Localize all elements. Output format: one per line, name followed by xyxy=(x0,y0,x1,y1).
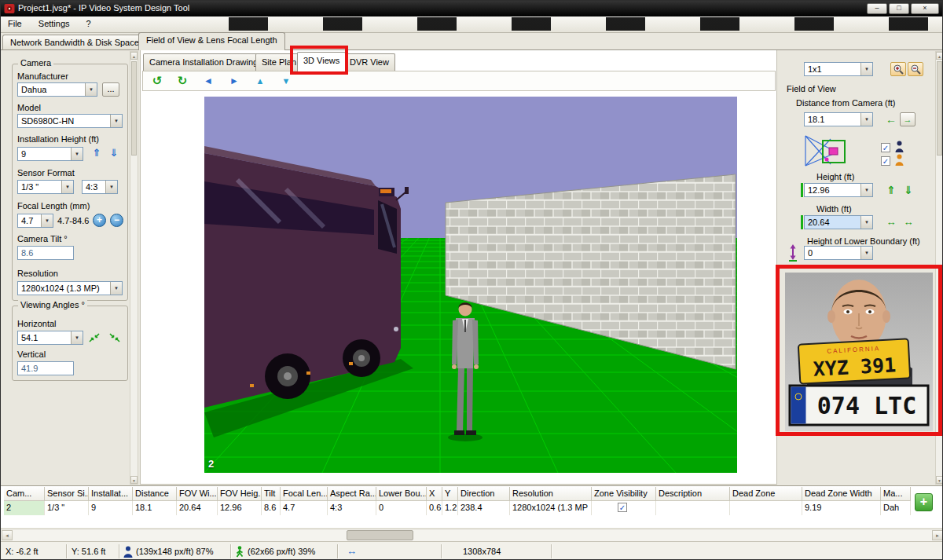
cell-focal[interactable]: 4.7 xyxy=(281,501,328,515)
dropdown-arrow-icon[interactable]: ▼ xyxy=(41,214,53,227)
lower-boundary-select[interactable]: 0 ▼ xyxy=(804,246,873,260)
horizontal-angle-select[interactable]: 54.1 ▼ xyxy=(17,331,83,345)
tilt-down-icon[interactable]: ▼ xyxy=(278,74,294,88)
col-manufacturer[interactable]: Ma... xyxy=(881,487,911,501)
menu-settings[interactable]: Settings xyxy=(31,16,77,31)
distance-decrease-icon[interactable]: ← xyxy=(884,113,898,126)
col-distance[interactable]: Distance xyxy=(133,487,177,501)
scroll-down-icon[interactable]: ▼ xyxy=(130,476,138,484)
zoom-in-button[interactable] xyxy=(890,62,906,76)
zoom-out-button[interactable] xyxy=(908,62,923,76)
dropdown-arrow-icon[interactable]: ▼ xyxy=(860,247,872,259)
horizontal-scrollbar[interactable]: ◄ ► xyxy=(1,529,943,541)
cell-cam[interactable]: 2 xyxy=(4,501,45,515)
col-dead-zone-width[interactable]: Dead Zone Width xyxy=(802,487,881,501)
angle-expand-alt-icon[interactable] xyxy=(108,332,121,345)
cell-lower[interactable]: 0 xyxy=(376,501,427,515)
col-y[interactable]: Y xyxy=(442,487,458,501)
dropdown-arrow-icon[interactable]: ▼ xyxy=(71,331,83,344)
camera-tilt-input[interactable]: 8.6 xyxy=(17,246,74,260)
tab-network-bandwidth[interactable]: Network Bandwidth & Disk Space xyxy=(2,35,147,50)
cell-x[interactable]: 0.6 xyxy=(427,501,442,515)
cell-dead-zone-width[interactable]: 9.19 xyxy=(802,501,881,515)
fov-width-widen-icon[interactable]: ↔ xyxy=(901,216,915,229)
scroll-left-icon[interactable]: ◄ xyxy=(2,530,13,540)
cell-dead-zone[interactable] xyxy=(730,501,802,515)
scroll-up-icon[interactable]: ▲ xyxy=(936,52,943,60)
col-resolution[interactable]: Resolution xyxy=(510,487,592,501)
col-install[interactable]: Installat... xyxy=(89,487,133,501)
col-sensor[interactable]: Sensor Si... xyxy=(45,487,89,501)
zoom-out-step-button[interactable]: − xyxy=(110,214,123,227)
manufacturer-select[interactable]: Dahua ▼ xyxy=(17,82,97,97)
fov-width-select[interactable]: 20.64 ▼ xyxy=(804,215,873,229)
cell-manufacturer[interactable]: Dah xyxy=(881,501,911,515)
fov-width-narrow-icon[interactable]: ↔ xyxy=(884,216,898,229)
installation-height-select[interactable]: 9 ▼ xyxy=(17,147,83,161)
dropdown-arrow-icon[interactable]: ▼ xyxy=(860,216,872,229)
col-cam[interactable]: Cam... xyxy=(4,487,45,501)
angle-expand-icon[interactable] xyxy=(88,332,101,345)
dropdown-arrow-icon[interactable]: ▼ xyxy=(110,282,122,295)
col-x[interactable]: X xyxy=(427,487,442,501)
fov-height-select[interactable]: 12.96 ▼ xyxy=(804,183,873,197)
focal-length-select[interactable]: 4.7 ▼ xyxy=(17,214,53,228)
scrollbar-thumb[interactable] xyxy=(347,530,413,540)
tilt-up-icon[interactable]: ▲ xyxy=(252,74,268,88)
dropdown-arrow-icon[interactable]: ▼ xyxy=(860,63,872,75)
col-lower[interactable]: Lower Bou... xyxy=(376,487,427,501)
dropdown-arrow-icon[interactable]: ▼ xyxy=(105,181,117,193)
dropdown-arrow-icon[interactable]: ▼ xyxy=(61,181,73,193)
show-person-checkbox[interactable]: ✓ xyxy=(881,143,890,152)
cell-zone-visibility[interactable]: ✓ xyxy=(592,501,656,515)
fov-height-down-icon[interactable]: ⇓ xyxy=(901,184,915,196)
rotate-cw-icon[interactable]: ↻ xyxy=(174,74,190,88)
scrollbar-thumb[interactable] xyxy=(937,61,942,156)
cell-tilt[interactable]: 8.6 xyxy=(262,501,281,515)
left-panel-scrollbar[interactable]: ▲ ▼ xyxy=(130,51,138,485)
height-up-icon[interactable]: ⇑ xyxy=(90,147,104,159)
rotate-ccw-icon[interactable]: ↺ xyxy=(149,74,165,88)
dropdown-arrow-icon[interactable]: ▼ xyxy=(85,83,97,96)
col-tilt[interactable]: Tilt xyxy=(262,487,281,501)
tab-field-of-view[interactable]: Field of View & Lens Focal Length xyxy=(138,32,285,50)
scroll-right-icon[interactable]: ► xyxy=(932,530,943,540)
col-focal[interactable]: Focal Len... xyxy=(281,487,328,501)
pan-right-icon[interactable]: ► xyxy=(226,74,242,88)
scroll-up-icon[interactable]: ▲ xyxy=(130,52,138,60)
show-target-checkbox[interactable]: ✓ xyxy=(881,156,890,166)
tab-installation-drawing[interactable]: Camera Installation Drawing xyxy=(143,53,264,71)
distance-select[interactable]: 18.1 ▼ xyxy=(804,112,873,126)
minimize-button[interactable]: – xyxy=(867,3,887,14)
dropdown-arrow-icon[interactable]: ▼ xyxy=(110,115,122,127)
grid-layout-select[interactable]: 1x1 ▼ xyxy=(804,62,873,76)
model-select[interactable]: SD6980C-HN ▼ xyxy=(17,114,123,128)
cell-y[interactable]: 1.2 xyxy=(442,501,458,515)
close-button[interactable]: × xyxy=(911,3,939,14)
manufacturer-more-button[interactable]: ... xyxy=(102,82,119,97)
scroll-down-icon[interactable]: ▼ xyxy=(936,476,943,484)
fov-height-up-icon[interactable]: ⇑ xyxy=(884,184,898,196)
cell-sensor[interactable]: 1/3 " xyxy=(45,501,89,515)
cell-fov-height[interactable]: 12.96 xyxy=(218,501,262,515)
aspect-ratio-select[interactable]: 4:3 ▼ xyxy=(82,180,118,194)
tab-dvr-view[interactable]: DVR View xyxy=(343,53,395,71)
sensor-format-select[interactable]: 1/3 " ▼ xyxy=(17,180,74,194)
maximize-button[interactable]: □ xyxy=(889,3,909,14)
col-direction[interactable]: Direction xyxy=(458,487,510,501)
col-fov-width[interactable]: FOV Wi... xyxy=(177,487,218,501)
zone-visibility-checkbox[interactable]: ✓ xyxy=(618,503,627,512)
cell-install[interactable]: 9 xyxy=(89,501,133,515)
col-fov-height[interactable]: FOV Heig... xyxy=(218,487,262,501)
col-zone-visibility[interactable]: Zone Visibility xyxy=(592,487,656,501)
vertical-angle-input[interactable]: 41.9 xyxy=(17,361,74,375)
col-description[interactable]: Description xyxy=(656,487,730,501)
scrollbar-thumb[interactable] xyxy=(131,61,137,156)
cell-distance[interactable]: 18.1 xyxy=(133,501,177,515)
add-camera-button[interactable]: + xyxy=(915,493,933,511)
cell-resolution[interactable]: 1280x1024 (1.3 MP xyxy=(510,501,592,515)
viewport-3d[interactable] xyxy=(204,97,737,473)
menu-help[interactable]: ? xyxy=(79,16,98,31)
col-aspect[interactable]: Aspect Ra... xyxy=(328,487,376,501)
col-dead-zone[interactable]: Dead Zone xyxy=(730,487,802,501)
